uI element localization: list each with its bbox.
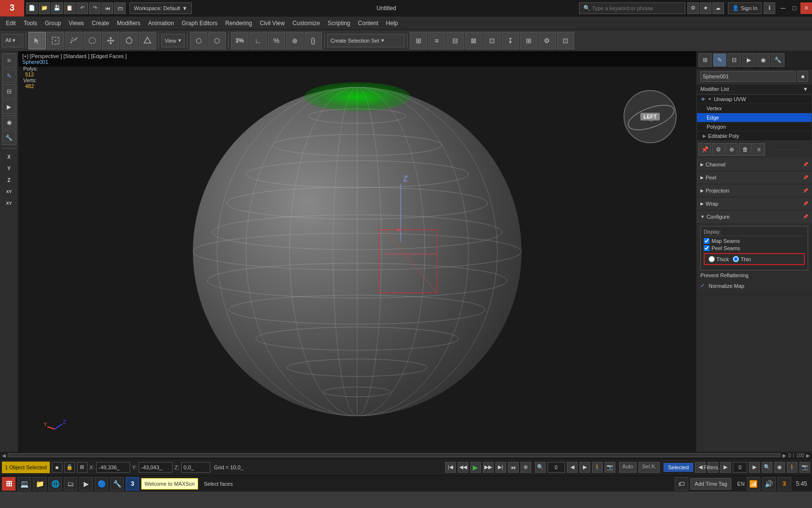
color-swatch[interactable]: ■ [798,71,808,82]
angle-snap-tool[interactable]: ∟ [249,32,267,49]
scroll-left-btn[interactable]: ◀ [2,453,6,458]
menu-edit[interactable]: Edit [2,16,20,30]
wrap-header[interactable]: ▶ Wrap 📌 [696,197,812,210]
filters-button[interactable]: Filters... [708,462,718,473]
create-panel-tool[interactable]: ⊞ [2,53,16,68]
channel-header[interactable]: ▶ Channel 📌 [696,158,812,171]
scroll-right-btn[interactable]: ▶ [783,453,786,458]
increment-filter-btn[interactable]: ▶ [720,462,731,473]
menu-animation[interactable]: Animation [145,16,178,30]
loop-btn[interactable]: ⊕ [521,462,531,473]
menu-civil-view[interactable]: Civil View [256,16,289,30]
curve-editor-tool[interactable]: ⊠ [465,32,482,49]
nav-btn1[interactable]: ▶ [749,462,760,473]
minimize-button[interactable]: ─ [777,2,789,14]
material-editor-tool[interactable]: ↧ [502,32,519,49]
y-coord-field[interactable]: -43,043_ [139,462,173,473]
modify-panel-tool[interactable]: ✎ [2,69,16,83]
menu-rendering[interactable]: Rendering [221,16,256,30]
select-region-tool[interactable] [47,32,64,49]
select-lasso-tool[interactable] [84,32,101,49]
mod-settings-button[interactable]: ≡ [753,143,765,156]
go-end-btn[interactable]: ▶| [495,462,506,473]
zoom-btn[interactable]: 🔍 [535,462,546,473]
increment-btn[interactable]: ▶ [580,462,590,473]
panel-tab-motion[interactable]: ▶ [742,53,755,67]
panel-tab-create[interactable]: ⊞ [698,53,712,67]
thin-radio[interactable] [733,256,739,262]
select-and-link-tool[interactable]: ⬡ [190,32,207,49]
scale-tool[interactable] [139,32,156,49]
scroll-end-btn[interactable]: ▶ [806,453,810,458]
workspace-dropdown[interactable]: Workspace: Default ▼ [130,2,192,14]
thick-radio[interactable] [709,256,715,262]
modifier-vertex[interactable]: Vertex [697,104,812,113]
counter-field[interactable]: 0 [733,462,747,473]
mirror-tool[interactable]: ⊞ [410,32,427,49]
z-coord-field[interactable]: 0,0_ [181,462,210,473]
go-start-btn[interactable]: |◀ [445,462,456,473]
menu-customize[interactable]: Customize [289,16,324,30]
camera-btn[interactable]: 📷 [605,462,615,473]
modifier-polygon[interactable]: Polygon [697,122,812,132]
mod-pin-button[interactable]: 📌 [698,143,711,156]
modifier-editable-poly[interactable]: ▶ Editable Poly [697,132,812,141]
taskbar-icon-6[interactable]: 🔵 [95,477,108,491]
next-frame-btn[interactable]: ▶▶ [483,462,493,473]
quick-render-tool[interactable]: ⊞ [520,32,537,49]
taskbar-icon-8[interactable]: 3 [126,477,139,491]
mod-copy-button[interactable]: ⊕ [725,143,738,156]
map-seams-checkbox[interactable] [704,238,710,244]
projection-header[interactable]: ▶ Projection 📌 [696,184,812,197]
panel-tab-utility[interactable]: 🔧 [771,53,784,67]
info-button[interactable]: ℹ [764,2,775,14]
taskbar-icon-2[interactable]: 📁 [33,477,46,491]
menu-group[interactable]: Group [41,16,65,30]
percent-snap-tool[interactable]: % [268,32,285,49]
decrement-btn[interactable]: ◀ [567,462,578,473]
close-button[interactable]: ✕ [800,2,812,14]
mod-configure-button[interactable]: ⚙ [712,143,725,156]
menu-content[interactable]: Content [354,16,382,30]
rotate-tool[interactable] [120,32,138,49]
nav-btn4[interactable]: 🚶 [787,462,798,473]
peel-header[interactable]: ▶ Peel 📌 [696,171,812,184]
taskbar-icon-7[interactable]: 🔧 [110,477,124,491]
peel-seams-checkbox[interactable] [704,245,710,251]
taskbar-icon-1[interactable]: 💻 [17,477,31,491]
select-fence-tool[interactable] [65,32,83,49]
view-dropdown[interactable]: View ▾ [161,34,185,47]
undo-button[interactable]: ↶ [76,2,88,14]
selected-badge[interactable]: Selected [664,463,693,472]
add-time-tag-button[interactable]: Add Time Tag [690,478,731,490]
all-dropdown[interactable]: All ▾ [2,34,23,47]
thin-radio-label[interactable]: Thin [733,256,751,262]
modifier-unwrap-uvw[interactable]: 👁 ▼ Unwrap UVW [697,95,812,104]
tag-icon[interactable]: 🏷 [675,477,688,491]
align-tool[interactable]: ≡ [428,32,446,49]
menu-views[interactable]: Views [65,16,88,30]
taskbar-icon-5[interactable]: ▶ [79,477,93,491]
snap-3d-tool[interactable]: 3% [231,32,248,49]
save-as-button[interactable]: 📋 [64,2,75,14]
set-key-button[interactable]: Set K. [638,462,660,473]
community-button[interactable]: ☁ [712,2,724,14]
unlink-tool[interactable]: ⬡ [208,32,226,49]
viewport-gizmo[interactable]: LEFT [624,90,686,153]
new-file-button[interactable]: 📄 [26,2,38,14]
play-btn[interactable]: ▶ [470,462,481,473]
mod-delete-button[interactable]: 🗑 [739,143,752,156]
panel-tab-display[interactable]: ◉ [756,53,770,67]
menu-tools[interactable]: Tools [20,16,41,30]
move-tool[interactable] [102,32,119,49]
render-setup-tool[interactable]: ⚙ [538,32,556,49]
help-search-button[interactable]: ★ [700,2,711,14]
taskbar-icon-3[interactable]: 🌐 [48,477,62,491]
panel-tab-modify[interactable]: ✎ [713,53,726,67]
nav-btn5[interactable]: 📷 [799,462,810,473]
nav-btn3[interactable]: ◉ [774,462,785,473]
archive-button[interactable]: 🗃 [114,2,126,14]
utility-panel-tool[interactable]: 🔧 [2,131,16,145]
menu-scripting[interactable]: Scripting [324,16,354,30]
thick-radio-label[interactable]: Thick [709,256,729,262]
